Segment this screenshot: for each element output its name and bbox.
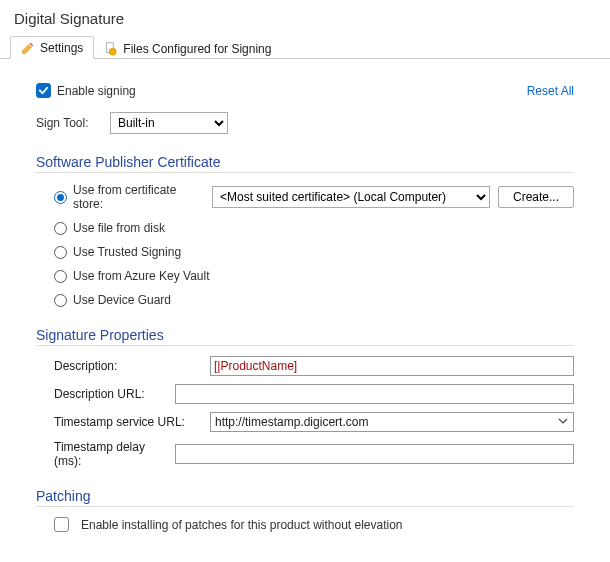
description-url-input[interactable] <box>175 384 574 404</box>
enable-patching-label: Enable installing of patches for this pr… <box>81 518 403 532</box>
tab-files[interactable]: Files Configured for Signing <box>94 38 281 59</box>
create-cert-button[interactable]: Create... <box>498 186 574 208</box>
radio-trusted-signing-label: Use Trusted Signing <box>73 245 181 259</box>
description-input[interactable]: [|ProductName] <box>210 356 574 376</box>
timestamp-url-combo[interactable]: http://timestamp.digicert.com <box>210 412 574 432</box>
timestamp-delay-label: Timestamp delay (ms): <box>54 440 169 468</box>
radio-device-guard[interactable] <box>54 294 67 307</box>
radio-azure-keyvault-label: Use from Azure Key Vault <box>73 269 210 283</box>
enable-signing-checkbox[interactable] <box>36 83 51 98</box>
chevron-down-icon[interactable] <box>553 415 573 429</box>
radio-device-guard-label: Use Device Guard <box>73 293 171 307</box>
radio-cert-store[interactable] <box>54 191 67 204</box>
radio-azure-keyvault[interactable] <box>54 270 67 283</box>
cert-store-select[interactable]: <Most suited certificate> (Local Compute… <box>212 186 490 208</box>
sign-tool-label: Sign Tool: <box>36 116 100 130</box>
timestamp-delay-input[interactable] <box>175 444 574 464</box>
radio-cert-file[interactable] <box>54 222 67 235</box>
radio-trusted-signing[interactable] <box>54 246 67 259</box>
section-patching-title: Patching <box>36 488 574 507</box>
tab-bar: Settings Files Configured for Signing <box>0 33 610 59</box>
pencil-icon <box>21 41 35 55</box>
section-certificate-title: Software Publisher Certificate <box>36 154 574 173</box>
settings-panel: Enable signing Reset All Sign Tool: Buil… <box>0 59 610 552</box>
page-title: Digital Signature <box>0 0 610 33</box>
tab-files-label: Files Configured for Signing <box>123 42 271 56</box>
section-sigprops-title: Signature Properties <box>36 327 574 346</box>
timestamp-url-value: http://timestamp.digicert.com <box>215 415 368 429</box>
reset-all-link[interactable]: Reset All <box>527 84 574 98</box>
description-label: Description: <box>54 359 204 373</box>
radio-cert-store-label: Use from certificate store: <box>73 183 204 211</box>
description-url-label: Description URL: <box>54 387 169 401</box>
svg-point-1 <box>110 48 117 55</box>
sign-tool-select[interactable]: Built-in <box>110 112 228 134</box>
radio-cert-file-label: Use file from disk <box>73 221 165 235</box>
tab-settings-label: Settings <box>40 41 83 55</box>
enable-signing-label: Enable signing <box>57 84 136 98</box>
timestamp-url-label: Timestamp service URL: <box>54 415 204 429</box>
file-badge-icon <box>104 42 118 56</box>
enable-patching-checkbox[interactable] <box>54 517 69 532</box>
description-value: [|ProductName] <box>214 359 297 373</box>
tab-settings[interactable]: Settings <box>10 36 94 59</box>
